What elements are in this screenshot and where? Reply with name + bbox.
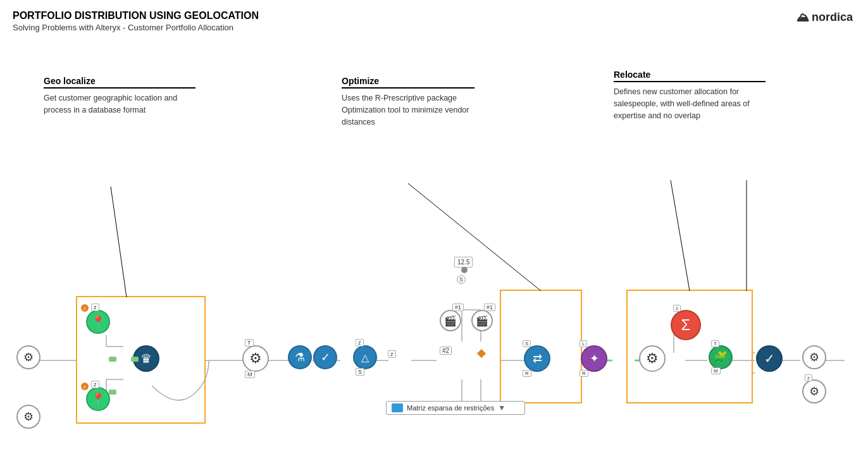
tool-node-geo1[interactable]: 📍 z: [86, 310, 110, 334]
page-subtitle: Solving Problems with Alteryx - Customer…: [13, 23, 259, 32]
tool-icon-join: ⇄: [524, 345, 550, 372]
label-S2-join: R: [523, 370, 531, 377]
tool-node-geo2[interactable]: 📍 z: [86, 387, 110, 411]
label-z3: z: [356, 339, 364, 347]
connector-green-2: [131, 357, 139, 362]
tool-node-puzzle[interactable]: 🧩 T M: [709, 345, 733, 369]
logo-icon: ⛰: [797, 10, 809, 25]
tool-node-clap1[interactable]: 🎬 #1: [440, 310, 461, 331]
constraint-label: Matriz esparsa de restrições: [407, 404, 494, 412]
tool-node-flask[interactable]: ⚗: [288, 345, 312, 369]
tool-node-clap2[interactable]: 🎬 #1: [471, 310, 493, 331]
connector-green-3: [109, 390, 116, 395]
badge-geo1: z: [81, 304, 89, 312]
label-m-puzzle: M: [711, 367, 721, 374]
relocate-title: Relocate: [614, 70, 766, 82]
relocate-text: Defines new customer allocation for sale…: [614, 86, 766, 121]
constraint-icon: [392, 403, 403, 412]
optimize-annotation: Optimize Uses the R-Prescriptive package…: [342, 76, 474, 128]
relocate-annotation: Relocate Defines new customer allocation…: [614, 70, 766, 121]
tool-node-formula[interactable]: △ z S: [353, 345, 377, 369]
constraint-dropdown[interactable]: ▼: [498, 403, 505, 412]
label-hash1: #1: [452, 304, 464, 311]
tool-icon-sigma: Σ: [671, 310, 701, 340]
tool-icon-wrench2: ⚙: [16, 405, 40, 429]
tool-node-atom[interactable]: ✦ L R: [581, 345, 607, 372]
tool-node-wrench2[interactable]: ⚙: [16, 405, 40, 429]
label-z2: z: [91, 381, 99, 388]
tool-icon-clap1: 🎬: [440, 310, 461, 331]
label-m: M: [245, 371, 255, 378]
label-R-atom: R: [580, 370, 588, 377]
small-s-node: S: [457, 275, 466, 284]
label-hash2-main: #2: [440, 347, 452, 355]
diamond-connector: [477, 349, 486, 358]
label-L-atom: L: [580, 340, 587, 347]
tool-node-sigma[interactable]: Σ z: [671, 310, 701, 340]
tool-icon-geo1: 📍: [86, 310, 110, 334]
tool-node-gear-center[interactable]: ⚙: [639, 345, 666, 372]
optimize-text: Uses the R-Prescriptive package Optimiza…: [342, 92, 474, 128]
tool-node-check1[interactable]: ✓: [313, 345, 337, 369]
tool-icon-clap2: 🎬: [471, 310, 493, 331]
badge-geo2: z: [81, 383, 89, 390]
label-S-join: S: [523, 340, 531, 347]
tool-node-join[interactable]: ⇄ S R: [524, 345, 550, 372]
tool-icon-atom: ✦: [581, 345, 607, 372]
page-title: PORTFOLIO DISTRIBUTION USING GEOLOCATION: [13, 10, 259, 22]
label-s1: S: [356, 368, 364, 376]
tool-icon-geo2: 📍: [86, 387, 110, 411]
label-12-5: 12.5: [454, 257, 473, 267]
tool-node-gear-right1[interactable]: ⚙: [802, 345, 826, 369]
tool-icon-gear-right1: ⚙: [802, 345, 826, 369]
optimize-title: Optimize: [342, 76, 474, 89]
constraint-matrix-box[interactable]: Matriz esparsa de restrições ▼: [386, 401, 525, 415]
label-hash2: #1: [484, 304, 495, 311]
tool-icon-check1: ✓: [313, 345, 337, 369]
label-t-puzzle: T: [711, 340, 719, 347]
svg-line-0: [111, 187, 127, 297]
label-z-right2: z: [805, 374, 812, 381]
tool-node-wrench1[interactable]: ⚙: [16, 345, 40, 369]
geo-localize-title: Geo localize: [44, 76, 195, 89]
geo-localize-annotation: Geo localize Get customer geographic loc…: [44, 76, 195, 116]
header: PORTFOLIO DISTRIBUTION USING GEOLOCATION…: [13, 10, 259, 32]
tool-node-gear-right2[interactable]: ⚙ z: [802, 379, 826, 403]
tool-icon-flask: ⚗: [288, 345, 312, 369]
tool-node-gear2[interactable]: ⚙ T M: [242, 345, 269, 372]
tool-icon-gear2: ⚙: [242, 345, 269, 372]
label-z1: z: [91, 304, 99, 311]
tool-icon-puzzle: 🧩: [709, 345, 733, 369]
label-z-sigma: z: [673, 305, 681, 312]
svg-line-1: [408, 183, 541, 291]
logo-text: nordica: [812, 11, 853, 24]
logo: ⛰ nordica: [797, 10, 853, 25]
label-t: T: [245, 339, 254, 347]
tool-icon-gear-right2: ⚙: [802, 379, 826, 403]
svg-line-2: [671, 180, 690, 291]
tool-icon-gear-center: ⚙: [639, 345, 666, 372]
connector-dot: [461, 267, 468, 273]
geo-localize-text: Get customer geographic location and pro…: [44, 92, 195, 116]
tool-icon-wrench1: ⚙: [16, 345, 40, 369]
tool-icon-check2: ✓: [756, 345, 783, 372]
connector-green-1: [109, 357, 116, 362]
label-z-formula: z: [388, 350, 396, 358]
tool-node-check2[interactable]: ✓: [756, 345, 783, 372]
tool-icon-formula: △: [353, 345, 377, 369]
